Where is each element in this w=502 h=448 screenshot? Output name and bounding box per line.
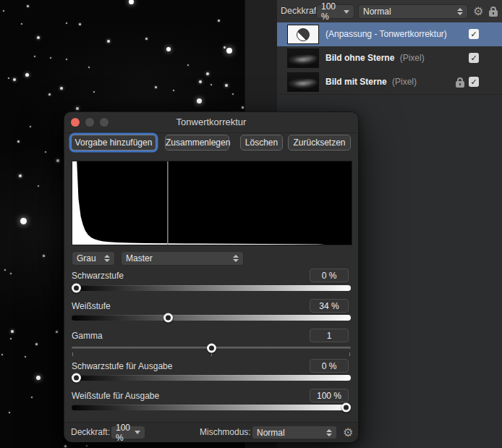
layer-label: Bild ohne Sterne (Pixel): [326, 46, 425, 70]
master-value: Master: [126, 253, 153, 263]
footer-gear-icon[interactable]: ⚙: [343, 423, 353, 442]
footer-blend-dropdown[interactable]: Normal: [252, 426, 337, 439]
opacity-value: 100 %: [321, 1, 344, 22]
layer-type: (Pixel): [400, 53, 425, 63]
star: [3, 10, 4, 12]
gamma-slider[interactable]: [72, 347, 351, 349]
dialog-title: Tonwertkorrektur: [64, 112, 358, 132]
slider-knob[interactable]: [163, 313, 173, 323]
star: [31, 397, 33, 398]
delete-button[interactable]: Löschen: [240, 135, 283, 151]
visibility-checkbox[interactable]: ✓: [469, 29, 479, 39]
star: [43, 255, 45, 257]
star: [93, 91, 95, 93]
star: [19, 174, 22, 177]
slider-knob[interactable]: [207, 343, 216, 352]
star: [79, 23, 81, 25]
channel-value: Grau: [77, 253, 96, 263]
opacity-dropdown[interactable]: 100 %: [316, 4, 354, 19]
star: [66, 22, 67, 24]
white-level-value[interactable]: 34 %: [310, 299, 349, 313]
channel-dropdown[interactable]: Grau: [72, 251, 115, 266]
star: [129, 0, 134, 4]
layer-thumbnail[interactable]: [287, 72, 319, 92]
layer-row-adjustment[interactable]: (Anpassung - Tonwertkorrektur) ✓: [277, 22, 502, 47]
star: [232, 93, 234, 95]
star: [10, 338, 12, 339]
master-dropdown[interactable]: Master: [121, 251, 244, 266]
star: [225, 84, 228, 87]
chevron-down-icon: [344, 10, 349, 14]
white-level-slider[interactable]: [72, 315, 351, 321]
star: [35, 343, 38, 345]
gamma-value[interactable]: 1: [310, 329, 349, 342]
slider-knob[interactable]: [341, 403, 351, 413]
output-white-value[interactable]: 100 %: [310, 389, 349, 402]
output-black-value[interactable]: 0 %: [310, 359, 349, 373]
star: [56, 331, 58, 333]
gear-icon[interactable]: ⚙: [473, 0, 483, 22]
layer-row-bild-ohne-sterne[interactable]: Bild ohne Sterne (Pixel) ✓: [277, 46, 502, 71]
app-window: Deckkraft: 100 % Normal ⚙ (Anpassung - T…: [0, 0, 502, 448]
output-white-label: Weißstufe für Ausgabe: [72, 391, 159, 401]
star: [25, 356, 26, 358]
star: [64, 445, 67, 447]
chevron-down-icon: [135, 431, 140, 434]
star: [21, 23, 22, 25]
footer-opacity-label: Deckkraft:: [71, 423, 110, 442]
output-black-slider[interactable]: [72, 375, 351, 381]
star: [45, 151, 46, 153]
dialog-titlebar[interactable]: Tonwertkorrektur: [64, 112, 358, 133]
black-level-value[interactable]: 0 %: [310, 269, 349, 282]
black-level-label: Schwarzstufe: [72, 271, 124, 281]
star: [242, 106, 244, 109]
output-white-slider[interactable]: [72, 405, 351, 410]
stepper-chevrons-icon: [233, 255, 239, 262]
levels-histogram[interactable]: [72, 161, 352, 245]
layer-lock-icon[interactable]: [456, 77, 464, 88]
star: [210, 84, 212, 85]
visibility-checkbox[interactable]: ✓: [469, 77, 479, 87]
layer-type: (Pixel): [392, 77, 417, 87]
white-level-marker[interactable]: [167, 161, 168, 245]
star: [173, 90, 174, 91]
blend-mode-dropdown[interactable]: Normal: [358, 4, 468, 19]
gamma-label: Gamma: [72, 331, 103, 341]
star: [30, 126, 31, 127]
star: [226, 48, 232, 54]
star: [86, 445, 88, 447]
layer-name: Bild ohne Sterne: [326, 53, 394, 63]
star: [1, 354, 3, 355]
layers-toolbar: Deckkraft: 100 % Normal ⚙: [277, 0, 502, 23]
layer-label: (Anpassung - Tonwertkorrektur): [326, 22, 447, 46]
slider-knob[interactable]: [72, 284, 81, 293]
star: [50, 57, 51, 59]
reset-button[interactable]: Zurücksetzen: [288, 135, 351, 151]
stepper-chevrons-icon: [326, 429, 332, 436]
add-preset-button[interactable]: Vorgabe hinzufügen: [71, 135, 156, 151]
merge-button[interactable]: Zusammenlegen: [165, 135, 229, 151]
star: [25, 73, 29, 77]
footer-blend-value: Normal: [257, 428, 285, 438]
slider-knob[interactable]: [72, 373, 81, 383]
stepper-chevrons-icon: [457, 8, 463, 15]
star: [66, 59, 67, 60]
footer-opacity-value: 100 %: [116, 423, 135, 443]
adjustment-thumbnail[interactable]: [287, 25, 319, 44]
star: [34, 56, 35, 57]
visibility-checkbox[interactable]: ✓: [469, 53, 479, 63]
footer-opacity-dropdown[interactable]: 100 %: [111, 426, 145, 439]
star: [20, 218, 27, 224]
tick-mark: [349, 352, 350, 356]
star: [56, 159, 59, 162]
black-level-slider[interactable]: [72, 285, 351, 291]
layer-thumbnail[interactable]: [287, 48, 319, 68]
star: [218, 20, 220, 22]
layer-row-bild-mit-sterne[interactable]: Bild mit Sterne (Pixel) ✓: [277, 70, 502, 95]
star: [10, 273, 12, 274]
levels-dialog: Tonwertkorrektur Vorgabe hinzufügen Zusa…: [64, 111, 359, 441]
star: [155, 86, 157, 88]
layer-name: (Anpassung - Tonwertkorrektur): [326, 29, 447, 39]
star: [4, 269, 6, 271]
star: [48, 93, 51, 96]
